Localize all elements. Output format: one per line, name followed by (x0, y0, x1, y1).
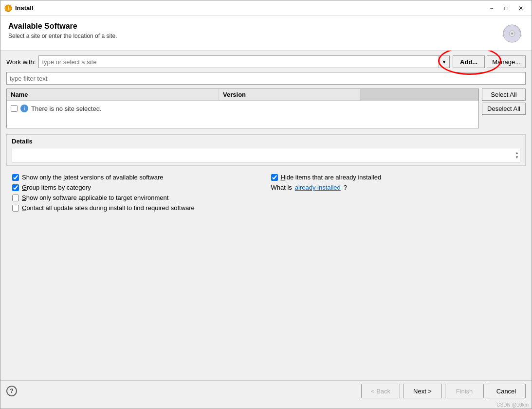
spacer (0, 220, 532, 380)
no-site-checkbox[interactable] (11, 105, 18, 112)
checkbox-row-4: Show only software applicable to target … (12, 194, 261, 201)
work-with-input[interactable] (38, 55, 439, 68)
filter-row (6, 72, 526, 85)
header-text: Available Software Select a site or ente… (8, 22, 117, 39)
checkbox-latest-versions[interactable] (12, 174, 19, 181)
checkbox-row-2: Hide items that are already installed (271, 174, 520, 181)
col-name-header: Name (7, 89, 219, 100)
content-area: Work with: ▾ Add... Manage... Name Versi… (0, 51, 532, 220)
checkbox-target-env[interactable] (12, 195, 19, 201)
help-icon[interactable]: ? (6, 386, 17, 396)
work-with-label: Work with: (6, 58, 36, 66)
checkbox-contact-update-sites-label[interactable]: Contact all update sites during install … (22, 204, 195, 212)
add-button[interactable]: Add... (453, 55, 485, 68)
info-icon: i (20, 105, 28, 112)
details-scroll: ▲ ▼ (12, 148, 520, 162)
col-version-header: Version (219, 89, 361, 100)
header-area: Available Software Select a site or ente… (0, 16, 532, 51)
app-icon: i (4, 4, 12, 12)
table-header: Name Version (7, 89, 478, 101)
what-is-text: What is (271, 184, 292, 191)
work-with-buttons: Add... Manage... (453, 55, 526, 68)
select-all-button[interactable]: Select All (482, 89, 526, 101)
maximize-button[interactable]: □ (499, 3, 513, 14)
next-button[interactable]: Next > (403, 384, 442, 398)
checkbox-contact-update-sites[interactable] (12, 205, 19, 212)
deselect-all-button[interactable]: Deselect All (482, 103, 526, 115)
manage-button[interactable]: Manage... (487, 55, 526, 68)
header-title: Available Software (8, 22, 117, 31)
cancel-button[interactable]: Cancel (487, 384, 526, 398)
checkbox-row-3: Group items by category (12, 184, 261, 191)
title-bar: i Install − □ ✕ (0, 0, 532, 16)
work-with-input-wrap: ▾ (38, 55, 450, 68)
install-window: i Install − □ ✕ Available Software Selec… (0, 0, 532, 409)
back-button[interactable]: < Back (361, 384, 400, 398)
table-area: Name Version i There is no site selected… (6, 89, 479, 128)
details-header: Details (12, 138, 520, 145)
header-icon-area (500, 22, 524, 45)
cd-icon (500, 22, 524, 45)
checkbox-group-by-category-label[interactable]: Group items by category (22, 184, 91, 191)
scroll-arrows: ▲ ▼ (515, 151, 519, 160)
footer-right: < Back Next > Finish Cancel (361, 384, 526, 398)
checkbox-hide-installed[interactable] (271, 174, 278, 181)
already-installed-link[interactable]: already installed (295, 184, 341, 191)
checkbox-target-env-label[interactable]: Show only software applicable to target … (22, 194, 168, 201)
title-controls: − □ ✕ (485, 3, 528, 14)
checkboxes-area: Show only the latest versions of availab… (6, 170, 526, 215)
scroll-down-arrow[interactable]: ▼ (515, 156, 519, 160)
filter-input[interactable] (6, 72, 526, 85)
checkbox-group-by-category[interactable] (12, 184, 19, 191)
already-installed-suffix: ? (344, 184, 347, 191)
scroll-up-arrow[interactable]: ▲ (515, 151, 519, 155)
col-extra-header (361, 89, 478, 100)
checkbox-row-1: Show only the latest versions of availab… (12, 174, 261, 181)
watermark: CSDN @10km (0, 401, 532, 409)
table-body: i There is no site selected. (7, 101, 478, 128)
close-button[interactable]: ✕ (514, 3, 528, 14)
svg-point-6 (512, 33, 513, 35)
no-site-text: There is no site selected. (31, 105, 102, 112)
checkbox-hide-installed-label[interactable]: Hide items that are already installed (281, 174, 382, 181)
work-with-dropdown-button[interactable]: ▾ (439, 55, 450, 68)
footer-left: ? (6, 386, 17, 396)
svg-text:i: i (8, 6, 9, 11)
finish-button[interactable]: Finish (445, 384, 484, 398)
side-buttons: Select All Deselect All (482, 89, 526, 128)
main-panel: Name Version i There is no site selected… (6, 89, 526, 128)
checkbox-row-what-is: What is already installed ? (271, 184, 520, 191)
minimize-button[interactable]: − (485, 3, 498, 14)
window-title: Install (15, 4, 34, 12)
details-area: Details ▲ ▼ (6, 134, 526, 166)
footer-area: ? < Back Next > Finish Cancel (0, 380, 532, 401)
no-site-row: i There is no site selected. (11, 104, 475, 113)
work-with-row: Work with: ▾ Add... Manage... (6, 55, 526, 68)
checkbox-latest-versions-label[interactable]: Show only the latest versions of availab… (22, 174, 164, 181)
header-subtitle: Select a site or enter the location of a… (8, 33, 117, 39)
title-bar-left: i Install (4, 4, 34, 12)
checkbox-row-5: Contact all update sites during install … (12, 204, 520, 212)
